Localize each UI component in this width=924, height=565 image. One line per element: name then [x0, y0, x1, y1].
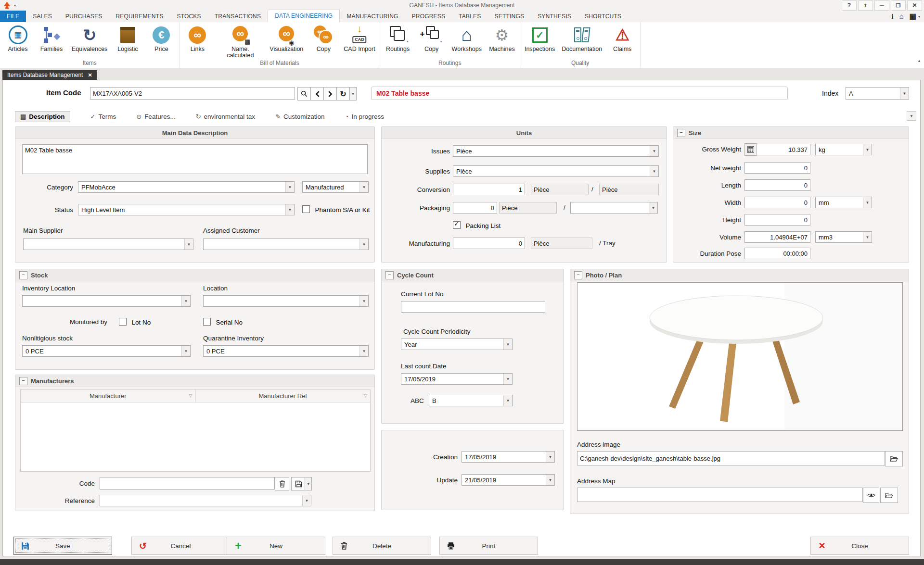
ribbon-button-routings[interactable]: ◔Routings: [381, 23, 415, 60]
chevron-down-icon[interactable]: ▼: [863, 232, 872, 242]
view-map-button[interactable]: [863, 488, 879, 503]
search-button[interactable]: [297, 87, 311, 100]
chevron-down-icon[interactable]: ▼: [503, 339, 512, 350]
ribbon-button-links[interactable]: ∞Links: [180, 23, 214, 60]
ribbon-button-articles[interactable]: ▦Articles: [1, 23, 35, 60]
chevron-down-icon[interactable]: ▾: [918, 14, 920, 19]
print-button[interactable]: Print: [439, 537, 538, 555]
chevron-down-icon[interactable]: ▼: [863, 197, 872, 208]
table-grid-icon[interactable]: ▦: [910, 13, 916, 20]
serial-no-checkbox[interactable]: [203, 318, 211, 326]
menu-tab-requirements[interactable]: REQUIREMENTS: [109, 11, 170, 22]
manufacturing-value-input[interactable]: 0: [453, 238, 525, 249]
chevron-down-icon[interactable]: ▼: [359, 239, 368, 250]
category-combo[interactable]: PFMobAcce▼: [78, 181, 295, 193]
chevron-down-icon[interactable]: ▼: [546, 452, 554, 462]
save-button[interactable]: Save: [13, 537, 112, 555]
ribbon-button-equivalences[interactable]: ↻Equivalences: [68, 23, 111, 60]
document-tab[interactable]: Items Database Management ✕: [2, 70, 97, 80]
chevron-down-icon[interactable]: ▼: [302, 495, 311, 506]
ribbon-button-inspections[interactable]: ✓Inspections: [521, 23, 558, 60]
filter-icon[interactable]: ▽: [189, 393, 192, 398]
main-supplier-combo[interactable]: ▼: [23, 239, 193, 250]
ribbon-button-families[interactable]: ◆Families: [35, 23, 68, 60]
tab-in-progress[interactable]: ◔In progress: [345, 113, 384, 120]
column-header-manufacturer-ref[interactable]: Manufacturer Ref▽: [196, 390, 371, 402]
abc-combo[interactable]: B▼: [429, 395, 513, 406]
refresh-button[interactable]: ↻: [336, 87, 350, 100]
packaging-value-input[interactable]: 0: [453, 202, 497, 213]
ribbon-button-cad-import[interactable]: ↓CADCAD Import: [340, 23, 378, 60]
creation-date-combo[interactable]: 17/05/2019▼: [462, 451, 555, 463]
delete-code-button[interactable]: [275, 477, 289, 490]
duration-pose-input[interactable]: 00:00:00: [744, 248, 810, 259]
current-lot-input[interactable]: [401, 301, 545, 313]
chevron-down-icon[interactable]: ▼: [181, 296, 190, 306]
net-weight-input[interactable]: 0: [744, 162, 810, 174]
ribbon-button-price[interactable]: €Price: [144, 23, 178, 60]
chevron-down-icon[interactable]: ▼: [546, 475, 554, 485]
volume-input[interactable]: 1.04904E+07: [744, 231, 810, 243]
ribbon-pin-button[interactable]: ⇑: [858, 0, 873, 11]
menu-tab-progress[interactable]: PROGRESS: [405, 11, 452, 22]
assigned-customer-combo[interactable]: ▼: [203, 239, 369, 250]
length-input[interactable]: 0: [744, 179, 810, 191]
reference-combo[interactable]: ▼: [100, 495, 311, 506]
menu-tab-synthesis[interactable]: SYNTHESIS: [531, 11, 578, 22]
tab-close-icon[interactable]: ✕: [88, 72, 92, 78]
chevron-down-icon[interactable]: ▼: [650, 166, 658, 176]
conversion-value-input[interactable]: 1: [453, 184, 525, 195]
minimize-button[interactable]: ─: [874, 0, 889, 11]
status-combo[interactable]: High Level Item▼: [78, 204, 295, 215]
nonlitigious-stock-combo[interactable]: 0 PCE▼: [22, 345, 191, 357]
browse-image-button[interactable]: [885, 451, 903, 466]
chevron-down-icon[interactable]: ▼: [650, 146, 658, 156]
tab-description[interactable]: ▤Description: [15, 111, 70, 122]
ribbon-button-workshops[interactable]: ⌂Workshops: [449, 23, 485, 60]
item-type-combo[interactable]: Manufactured▼: [302, 181, 369, 193]
menu-tab-data-engineering[interactable]: DATA ENGINEERING: [268, 10, 340, 22]
index-combo[interactable]: A▼: [846, 87, 909, 100]
help-button[interactable]: ?: [842, 0, 857, 11]
collapse-button[interactable]: −: [677, 129, 685, 137]
chevron-down-icon[interactable]: ▼: [285, 204, 294, 215]
save-code-button[interactable]: [291, 477, 306, 490]
chevron-down-icon[interactable]: ▼: [649, 202, 657, 213]
lot-no-checkbox[interactable]: [119, 318, 127, 326]
tab-terms[interactable]: ✓Terms: [90, 113, 116, 120]
tab-environmental-tax[interactable]: ↻environmental tax: [196, 113, 255, 120]
menu-tab-transactions[interactable]: TRANSACTIONS: [208, 11, 268, 22]
tab-features[interactable]: ⊙Features...: [136, 113, 175, 120]
collapse-button[interactable]: −: [19, 271, 27, 279]
menu-tab-manufacturing[interactable]: MANUFACTURING: [340, 11, 405, 22]
filter-icon[interactable]: ▽: [364, 393, 367, 398]
chevron-down-icon[interactable]: ▼: [359, 182, 368, 192]
menu-tab-shortcuts[interactable]: SHORTCUTS: [578, 11, 628, 22]
chevron-down-icon[interactable]: ▼: [285, 182, 294, 192]
quarantine-inventory-combo[interactable]: 0 PCE▼: [203, 345, 369, 357]
next-record-button[interactable]: [323, 87, 337, 100]
packing-list-checkbox[interactable]: [453, 221, 461, 229]
ribbon-button-logistic[interactable]: Logistic: [111, 23, 144, 60]
new-button[interactable]: + New: [227, 537, 325, 555]
cancel-button[interactable]: ↺ Cancel: [131, 537, 230, 555]
close-window-button[interactable]: ✕: [907, 0, 922, 11]
inventory-location-combo[interactable]: ▼: [22, 295, 191, 307]
item-code-input[interactable]: MX17AXA005-V2: [90, 87, 295, 100]
refresh-options-button[interactable]: ▾: [349, 87, 357, 100]
home-icon[interactable]: ⌂: [899, 13, 904, 20]
chevron-down-icon[interactable]: ▼: [181, 346, 190, 356]
calculator-button[interactable]: [744, 143, 757, 156]
info-icon[interactable]: i: [892, 13, 894, 20]
ribbon-button-name-calculated[interactable]: ∞▦Name. calculated: [214, 23, 266, 60]
location-combo[interactable]: ▼: [203, 295, 369, 307]
supplies-combo[interactable]: Pièce▼: [453, 165, 659, 177]
ribbon-button-copy[interactable]: +◔Copy: [415, 23, 449, 60]
tabs-overflow-button[interactable]: ▼: [907, 111, 916, 121]
menu-tab-sales[interactable]: SALES: [26, 11, 59, 22]
close-button[interactable]: ✕ Close: [810, 537, 909, 555]
gross-weight-unit-combo[interactable]: kg▼: [815, 144, 872, 155]
previous-record-button[interactable]: [310, 87, 324, 100]
address-map-input[interactable]: [577, 488, 863, 502]
last-count-combo[interactable]: 17/05/2019▼: [401, 373, 513, 385]
